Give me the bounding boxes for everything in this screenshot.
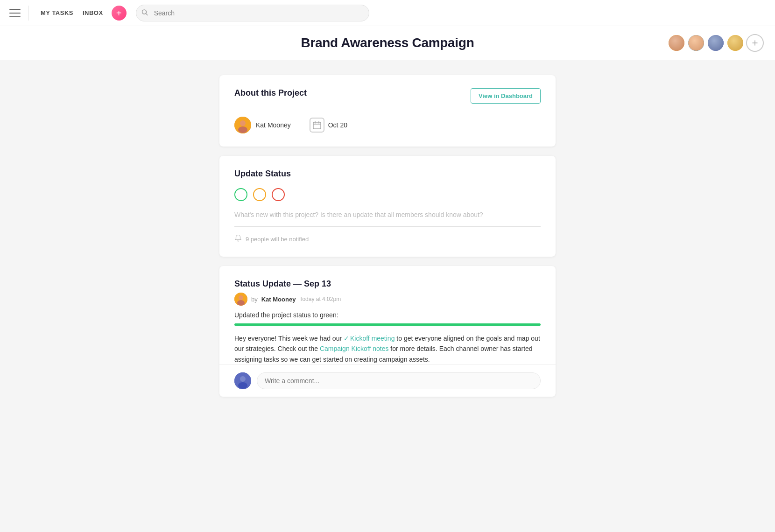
- about-card-header: About this Project View in Dashboard: [234, 88, 541, 107]
- svg-point-6: [238, 126, 247, 133]
- hamburger-menu[interactable]: [9, 9, 21, 17]
- status-update-post-card: Status Update — Sep 13 by Kat Mooney Tod…: [219, 266, 556, 397]
- status-circle-green[interactable]: [234, 188, 247, 201]
- search-input[interactable]: [136, 5, 369, 21]
- bell-icon: [234, 234, 242, 244]
- svg-line-1: [146, 14, 148, 15]
- member-avatar-2[interactable]: [687, 34, 705, 52]
- search-container: [136, 5, 369, 21]
- page-header: Brand Awareness Campaign: [0, 26, 775, 60]
- update-status-title: Update Status: [234, 169, 541, 179]
- comment-input[interactable]: [257, 372, 541, 389]
- my-tasks-link[interactable]: MY TASKS: [36, 7, 78, 19]
- member-avatar-4[interactable]: [726, 34, 744, 52]
- top-navigation: MY TASKS INBOX +: [0, 0, 775, 26]
- svg-point-16: [238, 382, 247, 389]
- owner-avatar: [234, 117, 251, 133]
- project-date-text: Oct 20: [328, 121, 347, 129]
- owner-name: Kat Mooney: [256, 121, 291, 129]
- calendar-icon: [310, 118, 324, 133]
- svg-rect-7: [313, 122, 321, 129]
- kickoff-meeting-link[interactable]: Kickoff meeting: [350, 335, 395, 342]
- update-body-text: Hey everyone! This week we had our ✓Kick…: [234, 333, 541, 364]
- svg-point-12: [239, 295, 243, 300]
- status-update-meta: by Kat Mooney Today at 4:02pm: [234, 293, 541, 306]
- notification-text: 9 people will be notified: [246, 236, 309, 243]
- project-owner: Kat Mooney: [234, 117, 291, 133]
- main-content: About this Project View in Dashboard Kat…: [210, 60, 565, 421]
- post-author-name: Kat Mooney: [261, 296, 296, 303]
- member-avatar-1[interactable]: [668, 34, 685, 52]
- post-timestamp: Today at 4:02pm: [299, 296, 341, 302]
- page-title: Brand Awareness Campaign: [0, 35, 775, 50]
- checkmark-icon: ✓: [344, 335, 349, 342]
- inbox-link[interactable]: INBOX: [78, 7, 108, 19]
- member-avatars: [668, 34, 764, 52]
- add-button[interactable]: +: [112, 6, 127, 21]
- svg-point-13: [237, 300, 245, 306]
- member-avatar-3[interactable]: [707, 34, 725, 52]
- status-circle-yellow[interactable]: [253, 188, 266, 201]
- campaign-notes-link[interactable]: Campaign Kickoff notes: [320, 345, 389, 352]
- status-textarea-placeholder[interactable]: What's new with this project? Is there a…: [234, 211, 483, 218]
- commenter-avatar: [234, 372, 251, 389]
- comment-row: [219, 364, 556, 397]
- about-card-title: About this Project: [234, 88, 307, 98]
- status-textarea-wrap: What's new with this project? Is there a…: [234, 210, 541, 227]
- notification-row: 9 people will be notified: [234, 234, 541, 244]
- update-status-text: Updated the project status to green:: [234, 311, 541, 319]
- body-text-1: Hey everyone! This week we had our: [234, 335, 344, 342]
- add-member-button[interactable]: [746, 34, 764, 52]
- update-status-card: Update Status What's new with this proje…: [219, 156, 556, 257]
- project-info-row: Kat Mooney Oct 20: [234, 117, 541, 133]
- by-label: by: [251, 296, 258, 303]
- project-date: Oct 20: [310, 118, 347, 133]
- post-author-avatar: [234, 293, 247, 306]
- about-project-card: About this Project View in Dashboard Kat…: [219, 75, 556, 147]
- svg-point-15: [240, 376, 246, 382]
- status-circle-red[interactable]: [272, 188, 285, 201]
- status-update-title: Status Update — Sep 13: [234, 279, 541, 289]
- status-update-header: Status Update — Sep 13 by Kat Mooney Tod…: [234, 279, 541, 306]
- green-progress-bar: [234, 323, 541, 326]
- status-circles: [234, 188, 541, 201]
- search-icon: [141, 9, 148, 17]
- svg-point-5: [240, 120, 246, 126]
- nav-divider: [28, 6, 28, 21]
- view-dashboard-button[interactable]: View in Dashboard: [471, 88, 541, 104]
